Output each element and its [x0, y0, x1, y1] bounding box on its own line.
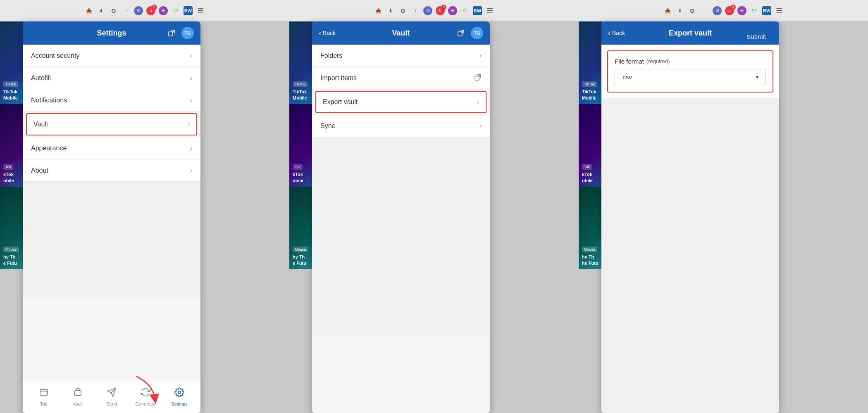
menu-item-appearance-label: Appearance [31, 145, 190, 152]
menu-item-import-label: Import items [320, 74, 474, 82]
menu-item-vault[interactable]: Vault › [26, 113, 197, 135]
bottom-nav-settings: Tab Vault [23, 380, 200, 413]
send-icon [107, 387, 117, 400]
thumb-title-3-3: hy Thhe Futu [582, 254, 629, 266]
menu-icon: ☰ [196, 6, 205, 15]
vault-header-right: TG [454, 26, 483, 40]
share-icon-3: ↑ [700, 6, 709, 15]
thumb-badge-3: Mouse [3, 247, 19, 252]
thumb-title-1: TikTokMobile [3, 89, 50, 101]
tab-icon [39, 387, 49, 400]
share-icon: ↑ [122, 6, 131, 15]
thumb-title-2-2: kTokobile [293, 171, 340, 183]
export-back-chevron-icon: ‹ [608, 29, 610, 38]
svg-line-1 [172, 30, 174, 33]
svg-line-10 [478, 74, 481, 77]
export-vault-back-label: Back [612, 30, 625, 36]
camera-icon-2: ⊙ [423, 6, 432, 15]
vault-new-window-icon[interactable] [454, 26, 467, 40]
bitwarden-icon-3: BW [762, 6, 771, 15]
chevron-icon-vault: › [188, 121, 190, 128]
menu-icon-3: ☰ [775, 6, 784, 15]
vault-back-button[interactable]: ‹ Back [319, 29, 336, 38]
nav-generator-label: Generator [135, 401, 156, 406]
menu-item-folders-label: Folders [320, 52, 479, 59]
svg-rect-2 [40, 389, 48, 395]
submit-button[interactable]: Submit [746, 33, 766, 40]
notification-icon-3: 5 [725, 6, 734, 15]
g-icon-2: G [398, 6, 408, 15]
download-icon-2: ⬇ [386, 6, 395, 15]
g-icon-3: G [688, 6, 697, 15]
chevron-icon-appearance: › [190, 145, 192, 152]
vault-header: ‹ Back Vault TG [312, 21, 490, 45]
file-format-label-text: File format [615, 58, 644, 65]
nav-vault-label: Vault [73, 401, 83, 406]
file-format-select[interactable]: .csv ▼ [615, 69, 766, 85]
svg-line-8 [461, 30, 464, 33]
nav-send-label: Send [106, 401, 117, 406]
thumb-title-3: hy The Futu [3, 254, 50, 266]
avatar[interactable]: TG [181, 27, 194, 39]
thumb-badge-1: TikTok [3, 81, 18, 87]
thumb-badge-2-2: Tok [293, 164, 303, 170]
menu-item-account-security[interactable]: Account security › [23, 45, 200, 67]
menu-item-appearance[interactable]: Appearance › [23, 137, 200, 159]
thumb-badge-2-1: TikTok [293, 81, 308, 87]
thumb-badge-2-3: Mouse [293, 247, 308, 252]
new-window-icon[interactable] [165, 26, 178, 40]
download-icon-3: ⬇ [675, 6, 684, 15]
nav-settings-active[interactable]: Settings [165, 387, 194, 406]
dropdown-arrow-icon: ▼ [755, 74, 760, 80]
vault-avatar[interactable]: TG [471, 27, 483, 39]
export-vault-back-button[interactable]: ‹ Back [608, 29, 625, 38]
settings-nav-icon [174, 387, 184, 400]
menu-item-vault-label: Vault [33, 121, 188, 128]
nav-tab[interactable]: Tab [29, 387, 58, 406]
g-icon: G [109, 6, 118, 15]
share-icon-2: ↑ [411, 6, 420, 15]
thumb-title-3-2: kTokobile [582, 171, 629, 183]
menu-item-account-security-label: Account security [31, 52, 190, 59]
menu-item-sync-label: Sync [320, 122, 479, 130]
nav-generator[interactable]: Generator [131, 387, 160, 406]
chevron-icon-export-vault: › [477, 98, 479, 106]
download-icon: ⬇ [97, 6, 106, 15]
asterisk-icon-2: ✳ [448, 6, 457, 15]
menu-item-sync[interactable]: Sync › [312, 115, 490, 137]
thumb-title-2-3: hy The Futu [293, 254, 340, 266]
shield-green-icon-2: 🛡 [460, 6, 470, 15]
nav-send[interactable]: Send [97, 387, 126, 406]
browser-content-2: TikTok TikTokMobile Tok kTokobile Mouse … [289, 21, 579, 413]
inbox-icon-3: 📥 [663, 6, 672, 15]
menu-item-autofill[interactable]: Autofill › [23, 67, 200, 89]
menu-item-folders[interactable]: Folders › [312, 45, 490, 67]
menu-item-import[interactable]: Import items [312, 67, 490, 89]
camera-icon: ⊙ [134, 6, 143, 15]
export-vault-title: Export vault [669, 29, 712, 38]
bitwarden-icon-2: BW [473, 6, 482, 15]
browser-toolbar-3: 📥 ⬇ G ↑ ⊙ 5 ✳ 🛡 BW ☰ [579, 0, 868, 21]
menu-item-export-vault[interactable]: Export vault › [315, 91, 486, 113]
vault-nav-icon [73, 387, 83, 400]
svg-point-5 [178, 391, 181, 394]
menu-item-notifications-label: Notifications [31, 97, 190, 104]
thumb-title-2-1: TikTokMobile [293, 89, 340, 101]
nav-vault[interactable]: Vault [63, 387, 92, 406]
browser-content-3: TikTok TikTokMobile Tok kTokobile Mouse … [579, 21, 868, 413]
bitwarden-icon: BW [184, 6, 193, 15]
vault-title: Vault [392, 29, 410, 38]
export-vault-panel: ‹ Back Export vault Submit File format (… [601, 21, 779, 413]
vault-back-label: Back [323, 30, 336, 36]
svg-rect-4 [74, 391, 81, 396]
camera-icon-3: ⊙ [713, 6, 722, 15]
browser-section-1: 📥 ⬇ G ↑ ⊙ 5 ✳ 🛡 BW ☰ TikTok TikTokMobile… [0, 0, 289, 413]
chevron-icon-folders: › [479, 52, 482, 59]
thumb-badge-3-1: TikTok [582, 81, 597, 87]
import-icon [474, 74, 482, 83]
settings-title: Settings [97, 29, 126, 38]
file-format-label: File format (required) [615, 58, 766, 65]
notification-icon-2: 5 [436, 6, 445, 15]
inbox-icon: 📥 [84, 6, 93, 15]
browser-content-1: TikTok TikTokMobile Tok kTokobile Mouse … [0, 21, 289, 413]
